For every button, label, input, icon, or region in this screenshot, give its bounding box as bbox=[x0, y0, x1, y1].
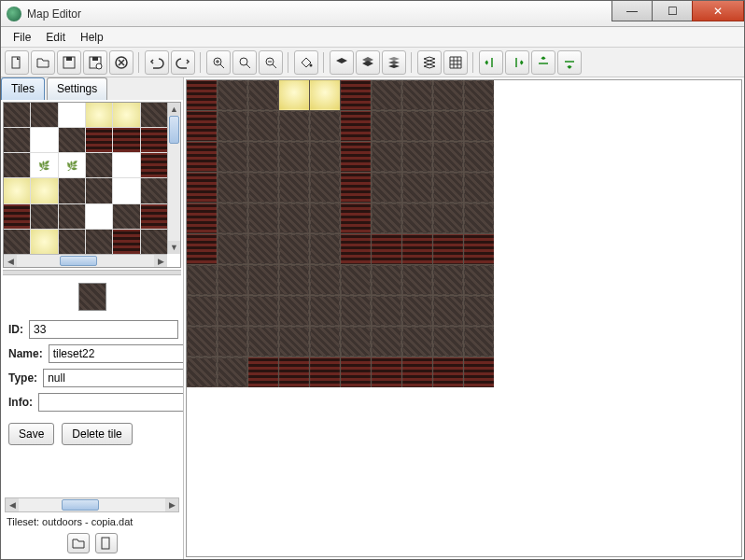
content-area: Tiles Settings ▲▼ ◀▶ ID: Name: bbox=[1, 77, 744, 559]
svg-point-5 bbox=[96, 63, 102, 69]
tab-settings[interactable]: Settings bbox=[47, 77, 107, 100]
fill-icon[interactable] bbox=[294, 50, 318, 75]
zoomout-icon[interactable] bbox=[259, 50, 283, 75]
tab-bar: Tiles Settings bbox=[1, 77, 183, 100]
minimize-button[interactable]: — bbox=[611, 1, 653, 21]
palette-vscrollbar[interactable]: ▲▼ bbox=[167, 103, 180, 254]
redo-icon[interactable] bbox=[171, 50, 195, 75]
menu-edit[interactable]: Edit bbox=[39, 28, 72, 47]
svg-rect-11 bbox=[102, 538, 109, 549]
type-label: Type: bbox=[8, 371, 37, 385]
move-left-icon[interactable] bbox=[479, 50, 503, 75]
save-icon[interactable] bbox=[57, 50, 81, 75]
svg-rect-4 bbox=[92, 57, 98, 61]
zoomin-icon[interactable] bbox=[206, 50, 231, 75]
maximize-button[interactable]: ☐ bbox=[652, 1, 693, 21]
separator bbox=[288, 52, 289, 73]
tileset-scrollbar[interactable]: ◀▶ bbox=[5, 497, 179, 512]
id-field[interactable] bbox=[29, 320, 178, 339]
toolbar bbox=[1, 48, 744, 77]
menubar: File Edit Help bbox=[1, 27, 744, 48]
zoomfit-icon[interactable] bbox=[232, 50, 257, 75]
app-icon bbox=[7, 7, 21, 21]
app-window: Map Editor — ☐ ✕ File Edit Help bbox=[0, 0, 745, 560]
delete-tile-button[interactable]: Delete tile bbox=[62, 423, 132, 445]
left-panel: Tiles Settings ▲▼ ◀▶ ID: Name: bbox=[1, 77, 184, 559]
map-grid[interactable] bbox=[187, 80, 494, 387]
tileset-open-icon[interactable] bbox=[67, 533, 90, 553]
separator bbox=[200, 52, 202, 73]
move-down-icon[interactable] bbox=[557, 50, 582, 75]
svg-rect-2 bbox=[66, 57, 72, 61]
tab-tiles[interactable]: Tiles bbox=[1, 77, 45, 100]
type-field[interactable] bbox=[43, 369, 184, 387]
map-canvas[interactable] bbox=[186, 79, 742, 557]
close-file-icon[interactable] bbox=[109, 50, 134, 75]
move-up-icon[interactable] bbox=[531, 50, 555, 75]
layer3-icon[interactable] bbox=[382, 50, 406, 75]
move-right-icon[interactable] bbox=[505, 50, 529, 75]
window-controls: — ☐ ✕ bbox=[612, 1, 744, 26]
separator bbox=[323, 52, 325, 73]
close-button[interactable]: ✕ bbox=[692, 1, 744, 21]
saveas-icon[interactable] bbox=[83, 50, 107, 75]
name-field[interactable] bbox=[49, 344, 184, 363]
svg-point-8 bbox=[240, 58, 247, 65]
titlebar[interactable]: Map Editor — ☐ ✕ bbox=[1, 1, 744, 27]
info-label: Info: bbox=[8, 396, 33, 409]
svg-point-10 bbox=[310, 63, 313, 66]
menu-help[interactable]: Help bbox=[74, 28, 110, 47]
separator bbox=[472, 52, 474, 73]
new-icon[interactable] bbox=[5, 50, 29, 75]
tile-preview bbox=[78, 283, 106, 311]
separator bbox=[411, 52, 413, 73]
palette-hscrollbar[interactable]: ◀▶ bbox=[4, 254, 167, 267]
layer2-icon[interactable] bbox=[356, 50, 380, 75]
info-field[interactable] bbox=[38, 393, 184, 412]
tileset-new-icon[interactable] bbox=[95, 533, 118, 553]
tile-properties: ID: Name: Type: Info: Save Delete tile bbox=[1, 275, 183, 451]
separator bbox=[138, 52, 140, 73]
layerall-icon[interactable] bbox=[417, 50, 442, 75]
tileset-info: Tileset: outdoors - copia.dat bbox=[1, 514, 183, 529]
menu-file[interactable]: File bbox=[7, 28, 37, 47]
id-label: ID: bbox=[8, 323, 23, 336]
save-button[interactable]: Save bbox=[8, 423, 54, 445]
grid-icon[interactable] bbox=[443, 50, 468, 75]
window-title: Map Editor bbox=[27, 7, 612, 21]
undo-icon[interactable] bbox=[145, 50, 169, 75]
name-label: Name: bbox=[8, 347, 43, 360]
palette-grid[interactable] bbox=[4, 103, 167, 254]
layer1-icon[interactable] bbox=[330, 50, 354, 75]
tile-palette[interactable]: ▲▼ ◀▶ bbox=[3, 102, 181, 268]
open-icon[interactable] bbox=[31, 50, 55, 75]
